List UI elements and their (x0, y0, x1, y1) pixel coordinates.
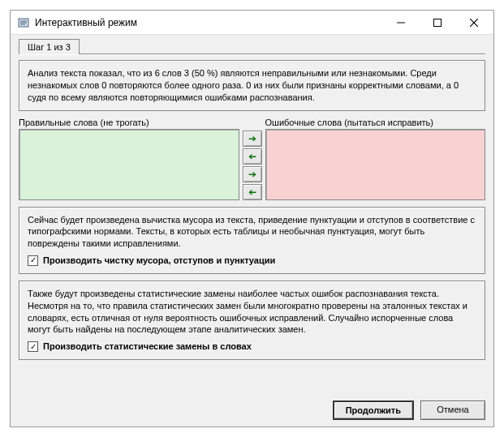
window-title: Интерактивный режим (35, 17, 382, 28)
maximize-button[interactable] (419, 11, 455, 34)
analysis-panel: Анализ текста показал, что из 6 слов 3 (… (19, 60, 485, 111)
error-words-listbox[interactable] (265, 129, 486, 200)
tabstrip: Шаг 1 из 3 (19, 38, 485, 54)
correct-words-listbox[interactable] (19, 129, 239, 200)
client-area: Шаг 1 из 3 Анализ текста показал, что из… (11, 35, 493, 426)
stats-text: Также будут произведены статистические з… (28, 288, 476, 336)
move-right-button[interactable]: ➔ (243, 131, 262, 147)
titlebar: Интерактивный режим (11, 11, 493, 35)
cleanup-checkbox[interactable]: ✓ (28, 255, 38, 266)
app-icon (17, 16, 30, 29)
arrow-right-all-icon: ➔ (248, 169, 256, 179)
cancel-button[interactable]: Отмена (420, 401, 485, 420)
arrow-left-icon: ➔ (248, 152, 256, 161)
arrow-left-all-icon: ➔ (248, 187, 256, 197)
cleanup-panel: Сейчас будет произведена вычистка мусора… (19, 207, 485, 274)
minimize-button[interactable] (382, 11, 419, 34)
transfer-buttons: ➔ ➔ ➔ ➔ (243, 118, 262, 200)
footer-buttons: Продолжить Отмена (19, 397, 485, 420)
analysis-text: Анализ текста показал, что из 6 слов 3 (… (28, 68, 459, 102)
move-left-button[interactable]: ➔ (243, 148, 262, 165)
stats-checkbox-label: Производить статистические замены в слов… (43, 341, 252, 353)
window-controls (382, 11, 492, 34)
stats-panel: Также будут произведены статистические з… (19, 281, 485, 360)
tab-underline (19, 54, 485, 55)
dialog-window: Интерактивный режим Шаг 1 из 3 Анализ те… (10, 10, 494, 427)
cleanup-checkbox-row: ✓ Производить чистку мусора, отступов и … (28, 255, 476, 267)
svg-rect-5 (433, 19, 441, 26)
correct-words-column: Правильные слова (не трогать) (19, 118, 239, 200)
move-all-left-button[interactable]: ➔ (243, 184, 262, 200)
tab-step[interactable]: Шаг 1 из 3 (19, 39, 80, 54)
continue-button[interactable]: Продолжить (333, 401, 414, 420)
word-lists-row: Правильные слова (не трогать) ➔ ➔ ➔ ➔ Ош… (19, 118, 485, 200)
close-button[interactable] (455, 11, 492, 34)
cleanup-checkbox-label: Производить чистку мусора, отступов и пу… (43, 255, 275, 267)
error-words-column: Ошибочные слова (пытаться исправить) (265, 118, 486, 200)
cleanup-text: Сейчас будет произведена вычистка мусора… (28, 214, 476, 251)
move-all-right-button[interactable]: ➔ (243, 166, 262, 182)
stats-checkbox-row: ✓ Производить статистические замены в сл… (28, 341, 476, 353)
error-words-label: Ошибочные слова (пытаться исправить) (265, 118, 486, 127)
stats-checkbox[interactable]: ✓ (28, 341, 38, 352)
arrow-right-icon: ➔ (248, 134, 256, 144)
correct-words-label: Правильные слова (не трогать) (19, 118, 239, 127)
